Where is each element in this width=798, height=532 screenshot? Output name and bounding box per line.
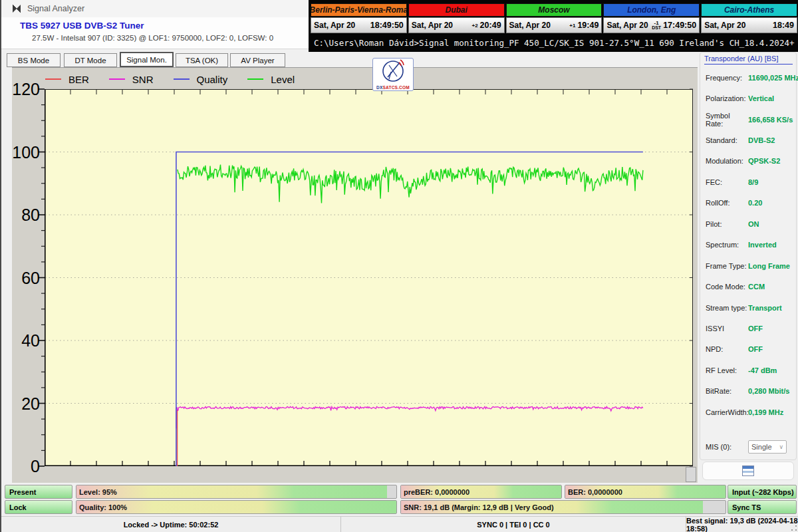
mis-dropdown[interactable]: Single ∨ bbox=[748, 440, 787, 454]
level-legend-label: Level bbox=[271, 74, 295, 85]
snr-legend-label: SNR bbox=[132, 74, 154, 85]
statusbar-best-signal: Best signal: 19,3 dB (2024-04-18 18:58) bbox=[686, 517, 798, 532]
transponder-row: ISSYIOFF bbox=[706, 318, 795, 338]
tab-bs-mode[interactable]: BS Mode bbox=[7, 53, 61, 67]
snr-legend-swatch bbox=[109, 78, 125, 80]
clock-time-moscow: Sat, Apr 20 +1 19:49 bbox=[506, 17, 602, 33]
input-badge: Input (~282 Kbps) bbox=[728, 485, 797, 499]
transponder-row: Code Mode:CCM bbox=[706, 276, 795, 297]
clock-time-berlin: Sat, Apr 20 18:49:50 bbox=[311, 17, 407, 33]
list-icon bbox=[742, 466, 754, 476]
signal-plot-area bbox=[45, 89, 693, 466]
transponder-row: Standard:DVB-S2 bbox=[706, 130, 795, 150]
transponder-row: NPD:OFF bbox=[706, 339, 795, 360]
tab-signal-mon[interactable]: Signal Mon. bbox=[120, 52, 174, 67]
clock-city-london: London, Eng bbox=[603, 3, 700, 17]
tuner-details: 27.5W - Intelsat 907 (ID: 3325) @ LOF1: … bbox=[32, 34, 273, 42]
tab-av-player[interactable]: AV Player bbox=[230, 53, 285, 67]
clock-time-dubai: Sat, Apr 20 +2 20:49 bbox=[408, 17, 505, 33]
clock-city-row: Berlin-Paris-Vienna-Roma Dubai Moscow Lo… bbox=[311, 3, 797, 17]
legend-item-1: SNR bbox=[109, 74, 154, 85]
chevron-down-icon: ∨ bbox=[779, 444, 783, 450]
plot-corner-box bbox=[686, 467, 696, 482]
ber-bar-label: BER: 0,0000000 bbox=[568, 488, 622, 496]
legend-item-2: Quality bbox=[174, 74, 228, 85]
level-bar: Level: 95% bbox=[76, 485, 397, 499]
transponder-row: Frame Type:Long Frame bbox=[706, 255, 795, 276]
clock-city-moscow: Moscow bbox=[506, 3, 602, 17]
world-clocks-panel: Berlin-Paris-Vienna-Roma Dubai Moscow Lo… bbox=[309, 0, 798, 52]
transponder-row: Frequency:11690,025 MHz bbox=[706, 67, 795, 88]
transponder-row: RF Level:-47 dBm bbox=[706, 360, 795, 380]
statusbar-lock-uptime: Locked -> Uptime: 50:02:52 bbox=[1, 517, 341, 532]
legend-item-0: BER bbox=[45, 74, 89, 85]
dxsatcs-logo-text: DXSATCS.COM bbox=[373, 85, 413, 90]
signal-plot bbox=[45, 89, 693, 466]
transponder-row: Spectrum:Inverted bbox=[706, 235, 795, 255]
clock-time-cairo: Sat, Apr 20 18:49 bbox=[701, 17, 797, 33]
console-prompt[interactable]: C:\Users\Roman Dávid>Signal monitoring_P… bbox=[309, 35, 798, 52]
transponder-row: RollOff:0.20 bbox=[706, 193, 795, 213]
dxsatcs-logo: DXSATCS.COM bbox=[372, 58, 414, 91]
transponder-row: Polarization:Vertical bbox=[706, 88, 795, 108]
sync-ts-badge: Sync TS bbox=[728, 500, 797, 514]
level-bar-fill bbox=[76, 485, 387, 498]
snr-bar: SNR: 19,1 dB (Margin: 12,9 dB | Very Goo… bbox=[400, 500, 726, 514]
level-legend-swatch bbox=[247, 78, 263, 80]
transponder-row: FEC:8/9 bbox=[706, 172, 795, 192]
y-axis-label: 120 bbox=[12, 79, 40, 99]
clock-city-berlin: Berlin-Paris-Vienna-Roma bbox=[311, 3, 407, 17]
quality-bar: Quality: 100% bbox=[76, 500, 397, 514]
clock-time-london: Sat, Apr 20 -1DST 17:49:50 bbox=[603, 17, 700, 33]
transponder-row: Pilot:ON bbox=[706, 213, 795, 234]
transponder-row: Symbol Rate:166,658 KS/s bbox=[706, 109, 795, 130]
y-axis-label: 100 bbox=[12, 142, 40, 162]
transponder-header: Transponder (AU) [BS] bbox=[704, 55, 793, 65]
chart-legend: BER SNR Quality Level bbox=[45, 72, 315, 86]
preber-bar-label: preBER: 0,0000000 bbox=[404, 488, 469, 496]
legend-item-3: Level bbox=[247, 74, 295, 85]
transponder-row: BitRate:0,280 Mbit/s bbox=[706, 381, 795, 402]
tab-dt-mode[interactable]: DT Mode bbox=[64, 53, 117, 67]
y-axis-label: 80 bbox=[12, 205, 40, 225]
tab-tsa[interactable]: TSA (OK) bbox=[176, 53, 228, 67]
chart-panel: BER SNR Quality Level 020406080100120 bbox=[12, 67, 698, 483]
lock-badge: Lock bbox=[5, 500, 72, 514]
preber-bar: preBER: 0,0000000 bbox=[400, 485, 562, 499]
transponder-row: CarrierWidth:0,199 MHz bbox=[706, 402, 795, 422]
bottom-statusbar: Locked -> Uptime: 50:02:52 SYNC 0 | TEI … bbox=[1, 516, 798, 532]
ber-legend-label: BER bbox=[68, 74, 89, 85]
mis-dropdown-value: Single bbox=[751, 443, 772, 451]
app-icon bbox=[12, 4, 21, 13]
transponder-panel: Transponder (AU) [BS] Frequency:11690,02… bbox=[700, 52, 797, 460]
snr-bar-label: SNR: 19,1 dB (Margin: 12,9 dB | Very Goo… bbox=[404, 503, 554, 511]
clock-city-dubai: Dubai bbox=[408, 3, 505, 17]
resize-grip[interactable] bbox=[791, 525, 797, 531]
transponder-row: Modulation:QPSK-S2 bbox=[706, 151, 795, 172]
tuner-name: TBS 5927 USB DVB-S2 Tuner bbox=[20, 21, 144, 31]
present-badge: Present bbox=[5, 485, 72, 499]
quality-bar-label: Quality: 100% bbox=[79, 503, 127, 511]
quality-legend-label: Quality bbox=[197, 74, 228, 85]
ber-legend-swatch bbox=[45, 78, 61, 80]
quality-legend-swatch bbox=[174, 78, 190, 80]
statusbar-sync-counters: SYNC 0 | TEI 0 | CC 0 bbox=[341, 517, 686, 532]
ber-bar: BER: 0,0000000 bbox=[565, 485, 726, 499]
clock-city-cairo: Cairo-Athens bbox=[701, 3, 797, 17]
window-title: Signal Analyzer bbox=[27, 4, 84, 13]
y-axis-label: 0 bbox=[12, 456, 40, 476]
y-axis-label: 60 bbox=[12, 268, 40, 288]
transponder-list-button[interactable] bbox=[702, 462, 794, 480]
signal-analyzer-window: Signal Analyzer TBS 5927 USB DVB-S2 Tune… bbox=[0, 0, 798, 532]
clock-time-row: Sat, Apr 20 18:49:50 Sat, Apr 20 +2 20:4… bbox=[311, 17, 797, 33]
transponder-rows: Frequency:11690,025 MHz Polarization:Ver… bbox=[706, 67, 795, 456]
satellite-dish-icon bbox=[373, 59, 413, 82]
mis-row: MIS (0): Single ∨ bbox=[706, 438, 795, 456]
y-axis-label: 20 bbox=[12, 394, 40, 414]
level-bar-label: Level: 95% bbox=[79, 488, 117, 496]
y-axis-label: 40 bbox=[12, 331, 40, 350]
transponder-row: Stream type:Transport bbox=[706, 297, 795, 318]
